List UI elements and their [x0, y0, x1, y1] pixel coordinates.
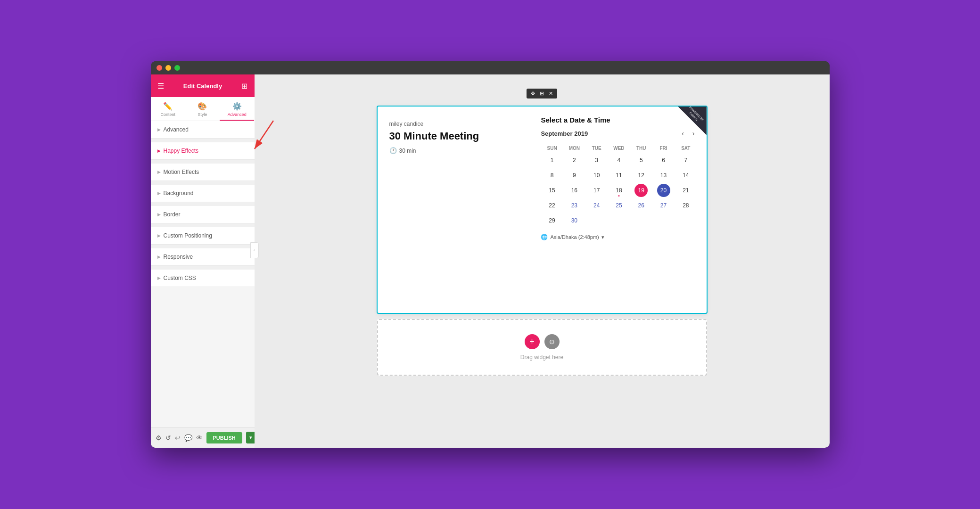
- cal-day-17[interactable]: 17: [590, 184, 603, 197]
- sidebar-header: ☰ Edit Calendly ⊞: [151, 74, 255, 97]
- sidebar-item-responsive[interactable]: ▶ Responsive: [151, 248, 255, 266]
- sidebar-item-custom-css[interactable]: ▶ Custom CSS: [151, 270, 255, 287]
- cal-day-14[interactable]: 14: [679, 169, 692, 182]
- cal-day-20[interactable]: 20: [657, 184, 670, 197]
- cal-header-thu: THU: [630, 144, 652, 153]
- cal-day-22[interactable]: 22: [545, 199, 559, 212]
- cal-day-1[interactable]: 1: [545, 154, 559, 167]
- cal-day-30[interactable]: 30: [568, 214, 581, 227]
- canvas-area: ✥ ⊞ ✕ miley candice 30 Minute Meeting 🕐: [255, 74, 830, 448]
- calendly-right-panel: POWERED BYCalendly Select a Date & Time …: [531, 107, 706, 313]
- hamburger-icon[interactable]: ☰: [157, 82, 164, 90]
- cal-day-29[interactable]: 29: [545, 214, 559, 227]
- sidebar-item-happy-effects[interactable]: ▶ Happy Effects: [151, 142, 255, 160]
- cal-header-sun: SUN: [541, 144, 563, 153]
- cal-day-11[interactable]: 11: [612, 169, 626, 182]
- duration-label: 30 min: [399, 148, 416, 154]
- calendly-left-panel: miley candice 30 Minute Meeting 🕐 30 min: [378, 107, 532, 313]
- sidebar-item-advanced[interactable]: ▶ Advanced: [151, 121, 255, 139]
- grid-layout-icon[interactable]: ⊞: [538, 90, 545, 97]
- separator: [151, 202, 255, 206]
- select-datetime-title: Select a Date & Time: [541, 116, 697, 124]
- cal-day-25[interactable]: 25: [612, 199, 626, 212]
- minimize-dot[interactable]: [165, 65, 171, 71]
- next-month-button[interactable]: ›: [690, 129, 697, 138]
- month-nav: September 2019 ‹ ›: [541, 129, 697, 138]
- tab-content[interactable]: ✏️ Content: [151, 97, 185, 121]
- grid-icon[interactable]: ⊞: [241, 82, 247, 90]
- cal-day-6[interactable]: 6: [657, 154, 670, 167]
- add-widget-button[interactable]: +: [525, 334, 540, 349]
- cal-day-27[interactable]: 27: [657, 199, 670, 212]
- titlebar: [151, 61, 830, 74]
- calendly-widget: miley candice 30 Minute Meeting 🕐 30 min: [377, 106, 707, 313]
- calendly-widget-container: miley candice 30 Minute Meeting 🕐 30 min: [377, 106, 707, 313]
- cal-day-12[interactable]: 12: [634, 169, 648, 182]
- sidebar: ☰ Edit Calendly ⊞ ✏️ Content 🎨 Style ⚙️ …: [151, 74, 255, 448]
- sidebar-item-border[interactable]: ▶ Border: [151, 206, 255, 223]
- timezone-dropdown-icon[interactable]: ▾: [601, 234, 604, 240]
- palette-icon: 🎨: [198, 102, 207, 111]
- chevron-icon: ▶: [157, 148, 161, 153]
- close-dot[interactable]: [156, 65, 162, 71]
- cal-day-24[interactable]: 24: [590, 199, 603, 212]
- maximize-dot[interactable]: [174, 65, 180, 71]
- eye-icon[interactable]: 👁: [196, 434, 203, 442]
- cal-day-13[interactable]: 13: [657, 169, 670, 182]
- chevron-icon: ▶: [157, 191, 161, 196]
- cal-day-23[interactable]: 23: [568, 199, 581, 212]
- settings-icon[interactable]: ⚙: [156, 434, 162, 442]
- tab-style[interactable]: 🎨 Style: [185, 97, 220, 121]
- sidebar-item-background[interactable]: ▶ Background: [151, 185, 255, 202]
- cal-day-7[interactable]: 7: [679, 154, 692, 167]
- cal-day-15[interactable]: 15: [545, 184, 559, 197]
- sidebar-item-motion-effects[interactable]: ▶ Motion Effects: [151, 164, 255, 181]
- close-widget-icon[interactable]: ✕: [547, 90, 554, 97]
- cal-day-2[interactable]: 2: [568, 154, 581, 167]
- globe-icon: 🌐: [541, 234, 548, 240]
- comment-icon[interactable]: 💬: [184, 434, 192, 442]
- gear-icon: ⚙️: [232, 102, 242, 111]
- undo-icon[interactable]: ↩: [175, 434, 181, 442]
- cal-day-26[interactable]: 26: [634, 199, 648, 212]
- separator: [151, 223, 255, 227]
- cal-header-sat: SAT: [675, 144, 697, 153]
- cal-day-4[interactable]: 4: [612, 154, 626, 167]
- cal-day-5[interactable]: 5: [634, 154, 648, 167]
- app-window: ☰ Edit Calendly ⊞ ✏️ Content 🎨 Style ⚙️ …: [151, 61, 830, 448]
- cal-day-21[interactable]: 21: [679, 184, 692, 197]
- sidebar-items: ▶ Advanced ▶ Happy Effects ▶ Motion Effe…: [151, 121, 255, 427]
- sidebar-item-custom-positioning[interactable]: ▶ Custom Positioning: [151, 227, 255, 245]
- chevron-icon: ▶: [157, 254, 161, 259]
- sidebar-bottom: ⚙ ↺ ↩ 💬 👁 PUBLISH ▾: [151, 427, 255, 448]
- calendly-host: miley candice: [389, 121, 519, 127]
- cal-day-16[interactable]: 16: [568, 184, 581, 197]
- cal-day-19[interactable]: 19: [634, 184, 648, 197]
- app-body: ☰ Edit Calendly ⊞ ✏️ Content 🎨 Style ⚙️ …: [151, 74, 830, 448]
- cal-day-18[interactable]: 18: [612, 184, 626, 197]
- collapse-handle[interactable]: ‹: [250, 242, 259, 258]
- calendar-grid: SUN MON TUE WED THU FRI SAT 1 2 3: [541, 144, 697, 228]
- cal-day-28[interactable]: 28: [679, 199, 692, 212]
- separator: [151, 245, 255, 248]
- tab-advanced[interactable]: ⚙️ Advanced: [220, 97, 254, 121]
- widget-handle-button[interactable]: ⊙: [544, 334, 560, 349]
- chevron-icon: ▶: [157, 170, 161, 174]
- prev-month-button[interactable]: ‹: [679, 129, 686, 138]
- publish-button[interactable]: PUBLISH: [206, 432, 242, 443]
- sidebar-title: Edit Calendly: [183, 82, 222, 90]
- cal-day-3[interactable]: 3: [590, 154, 603, 167]
- cal-day-10[interactable]: 10: [590, 169, 603, 182]
- refresh-icon[interactable]: ↺: [165, 434, 171, 442]
- timezone-label[interactable]: Asia/Dhaka (2:48pm): [550, 234, 599, 240]
- cal-header-wed: WED: [608, 144, 630, 153]
- cal-header-tue: TUE: [585, 144, 608, 153]
- pencil-icon: ✏️: [163, 102, 173, 111]
- chevron-icon: ▶: [157, 233, 161, 238]
- cal-day-8[interactable]: 8: [545, 169, 559, 182]
- separator: [151, 181, 255, 185]
- month-name: September 2019: [541, 130, 675, 137]
- separator: [151, 139, 255, 142]
- cal-day-9[interactable]: 9: [568, 169, 581, 182]
- move-icon[interactable]: ✥: [529, 90, 536, 97]
